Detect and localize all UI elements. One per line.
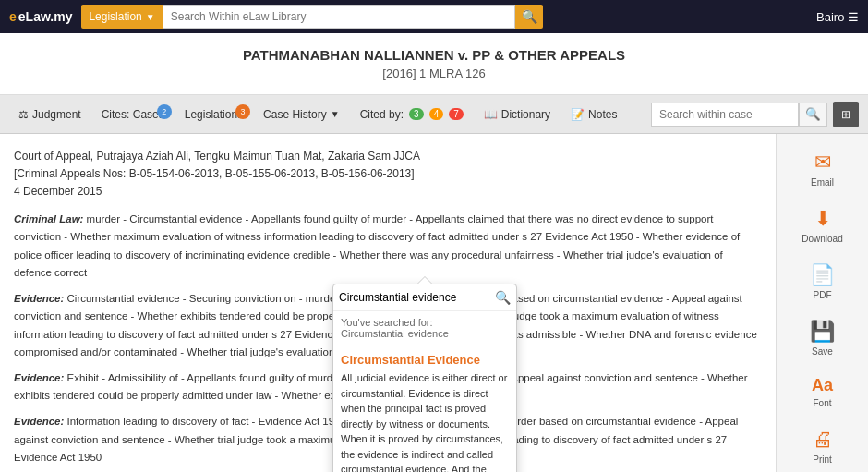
- logo: eeLaw.my: [9, 9, 72, 24]
- case-citation: [2016] 1 MLRA 126: [14, 67, 854, 80]
- header: eeLaw.my Legislation ▼ 🔍 Bairo ☰: [0, 0, 868, 33]
- case-title: PATHMANABHAN NALLIANNEN v. PP & OTHER AP…: [14, 47, 854, 63]
- tab-judgment[interactable]: ⚖ Judgment: [9, 103, 90, 127]
- nav-tabs: ⚖ Judgment Cites: Cases 2 Legislations 3…: [0, 95, 868, 134]
- tab-dictionary[interactable]: 📖 Dictionary: [475, 103, 560, 127]
- grid-icon: ⊞: [841, 108, 850, 121]
- search-icon: 🔍: [522, 9, 537, 24]
- tab-legislations[interactable]: Legislations 3: [175, 103, 252, 127]
- popup-arrow: [417, 277, 432, 284]
- search-icon: 🔍: [805, 107, 821, 121]
- case-search-area: 🔍 ⊞: [651, 102, 859, 127]
- tab-cites-cases[interactable]: Cites: Cases 2: [92, 103, 174, 127]
- chevron-down-icon: ▼: [146, 12, 155, 22]
- email-icon: ✉: [814, 151, 831, 175]
- case-title-bar: PATHMANABHAN NALLIANNEN v. PP & OTHER AP…: [0, 33, 868, 95]
- legislations-badge: 3: [235, 104, 250, 119]
- tab-notes[interactable]: 📝 Notes: [561, 103, 626, 127]
- download-icon: ⬇: [814, 207, 831, 231]
- grid-button[interactable]: ⊞: [833, 102, 859, 127]
- paragraph-criminal-law: Criminal Law: murder - Circumstantial ev…: [14, 211, 762, 283]
- case-search-input[interactable]: [651, 103, 799, 127]
- right-toolbar: ✉ Email ⬇ Download 📄 PDF 💾 Save Aa Font …: [776, 134, 868, 472]
- download-button[interactable]: ⬇ Download: [783, 200, 862, 251]
- tab-cited-by[interactable]: Cited by: 3 4 7: [351, 103, 473, 127]
- popup-result-text: All judicial evidence is either direct o…: [333, 370, 516, 472]
- font-button[interactable]: Aa Font: [783, 369, 862, 416]
- dictionary-icon: 📖: [484, 108, 498, 121]
- cited-badge-orange: 4: [429, 108, 444, 120]
- search-dropdown[interactable]: Legislation ▼: [81, 5, 162, 29]
- save-button[interactable]: 💾 Save: [783, 312, 862, 364]
- cited-badge-red: 7: [449, 108, 464, 120]
- main-content: Court of Appeal, Putrajaya Aziah Ali, Te…: [0, 134, 868, 472]
- email-button[interactable]: ✉ Email: [783, 143, 862, 195]
- search-input[interactable]: [163, 5, 516, 29]
- dictionary-popup: 🔍 You've searched for: Circumstantial ev…: [332, 284, 517, 472]
- header-user: Bairo ☰: [816, 10, 859, 24]
- pdf-icon: 📄: [810, 263, 835, 287]
- court-info: Court of Appeal, Putrajaya Aziah Ali, Te…: [14, 148, 762, 201]
- popup-search-icon: 🔍: [495, 290, 511, 305]
- case-search-button[interactable]: 🔍: [799, 103, 827, 127]
- popup-search-input[interactable]: [339, 291, 495, 304]
- tab-case-history[interactable]: Case History ▼: [254, 103, 349, 127]
- chevron-down-icon: ▼: [331, 109, 340, 119]
- notes-icon: 📝: [571, 108, 585, 121]
- save-icon: 💾: [810, 320, 835, 344]
- font-icon: Aa: [812, 376, 833, 395]
- print-icon: 🖨: [813, 428, 833, 452]
- cites-cases-badge: 2: [157, 104, 172, 119]
- print-button[interactable]: 🖨 Print: [783, 420, 862, 472]
- cited-badge-green: 3: [409, 108, 424, 120]
- pdf-button[interactable]: 📄 PDF: [783, 256, 862, 308]
- judgment-icon: ⚖: [18, 108, 29, 121]
- search-button[interactable]: 🔍: [515, 5, 543, 29]
- popup-searched-for: You've searched for: Circumstantial evid…: [333, 311, 516, 345]
- popup-search-area: 🔍: [333, 284, 516, 311]
- popup-result-title: Circumstantial Evidence: [333, 345, 516, 370]
- search-area: Legislation ▼ 🔍: [81, 5, 543, 29]
